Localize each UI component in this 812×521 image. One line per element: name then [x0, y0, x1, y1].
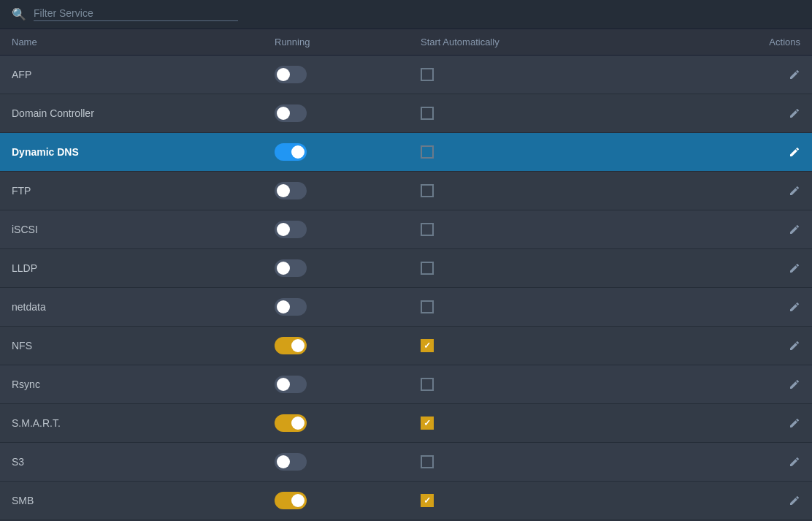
checkbox-cell-ftp	[421, 184, 727, 197]
toggle-cell-ftp	[275, 182, 421, 199]
edit-icon-ftp[interactable]	[727, 185, 800, 197]
table-row: NFS	[0, 327, 812, 365]
toggle-rsync[interactable]	[275, 376, 307, 393]
checkbox-nfs[interactable]	[421, 339, 434, 352]
toggle-knob-iscsi	[277, 223, 290, 236]
toggle-knob-smb	[291, 494, 304, 507]
service-name-iscsi: iSCSI	[12, 224, 275, 235]
toggle-cell-smart	[275, 414, 421, 432]
checkbox-cell-lldp	[421, 262, 727, 275]
edit-icon-nfs[interactable]	[727, 340, 800, 351]
table-row: iSCSI	[0, 210, 812, 249]
checkbox-rsync[interactable]	[421, 378, 434, 391]
toggle-cell-nfs	[275, 337, 421, 354]
checkbox-smart[interactable]	[421, 417, 434, 430]
service-name-netdata: netdata	[12, 301, 275, 313]
toggle-cell-iscsi	[275, 221, 421, 238]
toggle-smart[interactable]	[275, 414, 307, 432]
toggle-cell-smb	[275, 492, 421, 509]
checkbox-cell-nfs	[421, 339, 727, 352]
col-actions: Actions	[727, 37, 800, 47]
edit-icon-netdata[interactable]	[727, 301, 800, 313]
checkbox-s3[interactable]	[421, 455, 434, 468]
toggle-smb[interactable]	[275, 492, 307, 509]
checkbox-iscsi[interactable]	[421, 223, 434, 236]
toggle-domain-controller[interactable]	[275, 104, 307, 122]
checkbox-netdata[interactable]	[421, 300, 434, 313]
toggle-dynamic-dns[interactable]	[275, 143, 307, 161]
table-row: S.M.A.R.T.	[0, 404, 812, 443]
services-table: AFP Domain Controller Dynamic DNS FTP iS…	[0, 56, 812, 520]
checkbox-cell-iscsi	[421, 223, 727, 236]
toggle-ftp[interactable]	[275, 182, 307, 199]
checkbox-lldp[interactable]	[421, 262, 434, 275]
toggle-afp[interactable]	[275, 66, 307, 83]
table-row: Domain Controller	[0, 94, 812, 133]
edit-icon-iscsi[interactable]	[727, 224, 800, 235]
toggle-knob-smart	[291, 417, 304, 430]
toggle-knob-dynamic-dns	[291, 145, 304, 159]
service-name-lldp: LLDP	[12, 262, 275, 274]
checkbox-cell-smart	[421, 417, 727, 430]
edit-icon-dynamic-dns[interactable]	[727, 146, 800, 158]
checkbox-smb[interactable]	[421, 494, 434, 507]
toggle-netdata[interactable]	[275, 298, 307, 316]
checkbox-ftp[interactable]	[421, 184, 434, 197]
toggle-iscsi[interactable]	[275, 221, 307, 238]
toggle-nfs[interactable]	[275, 337, 307, 354]
toggle-s3[interactable]	[275, 453, 307, 471]
edit-icon-domain-controller[interactable]	[727, 107, 800, 119]
checkbox-cell-netdata	[421, 300, 727, 313]
table-row: netdata	[0, 288, 812, 327]
service-name-domain-controller: Domain Controller	[12, 107, 275, 119]
toggle-knob-lldp	[277, 262, 290, 275]
checkbox-afp[interactable]	[421, 68, 434, 81]
edit-icon-smart[interactable]	[727, 417, 800, 429]
checkbox-cell-smb	[421, 494, 727, 507]
checkbox-cell-s3	[421, 455, 727, 468]
edit-icon-afp[interactable]	[727, 69, 800, 80]
service-name-s3: S3	[12, 456, 275, 468]
filter-input[interactable]	[34, 7, 238, 21]
col-name: Name	[12, 37, 275, 47]
service-name-afp: AFP	[12, 69, 275, 80]
table-row: S3	[0, 443, 812, 482]
checkbox-dynamic-dns[interactable]	[421, 145, 434, 159]
table-header: Name Running Start Automatically Actions	[0, 29, 812, 56]
table-row: Dynamic DNS	[0, 133, 812, 172]
toggle-cell-domain-controller	[275, 104, 421, 122]
toggle-lldp[interactable]	[275, 259, 307, 277]
edit-icon-lldp[interactable]	[727, 262, 800, 274]
toggle-knob-nfs	[291, 339, 304, 352]
edit-icon-s3[interactable]	[727, 456, 800, 468]
col-start-auto: Start Automatically	[421, 37, 727, 47]
table-row: AFP	[0, 56, 812, 94]
checkbox-cell-dynamic-dns	[421, 145, 727, 159]
checkbox-domain-controller[interactable]	[421, 107, 434, 120]
edit-icon-rsync[interactable]	[727, 379, 800, 390]
toggle-knob-netdata	[277, 300, 290, 313]
table-row: FTP	[0, 172, 812, 210]
toggle-knob-afp	[277, 68, 290, 81]
table-row: Rsync	[0, 365, 812, 404]
toggle-knob-ftp	[277, 184, 290, 197]
checkbox-cell-afp	[421, 68, 727, 81]
service-name-dynamic-dns: Dynamic DNS	[12, 146, 275, 158]
toggle-cell-s3	[275, 453, 421, 471]
edit-icon-smb[interactable]	[727, 495, 800, 506]
service-name-nfs: NFS	[12, 340, 275, 351]
toggle-knob-rsync	[277, 378, 290, 391]
checkbox-cell-rsync	[421, 378, 727, 391]
toggle-knob-s3	[277, 455, 290, 468]
service-name-rsync: Rsync	[12, 379, 275, 390]
service-name-ftp: FTP	[12, 185, 275, 197]
search-icon: 🔍	[12, 7, 26, 21]
toggle-cell-afp	[275, 66, 421, 83]
toggle-cell-dynamic-dns	[275, 143, 421, 161]
toggle-cell-lldp	[275, 259, 421, 277]
table-row: LLDP	[0, 249, 812, 288]
col-running: Running	[275, 37, 421, 47]
toggle-knob-domain-controller	[277, 107, 290, 120]
toggle-cell-rsync	[275, 376, 421, 393]
checkbox-cell-domain-controller	[421, 107, 727, 120]
